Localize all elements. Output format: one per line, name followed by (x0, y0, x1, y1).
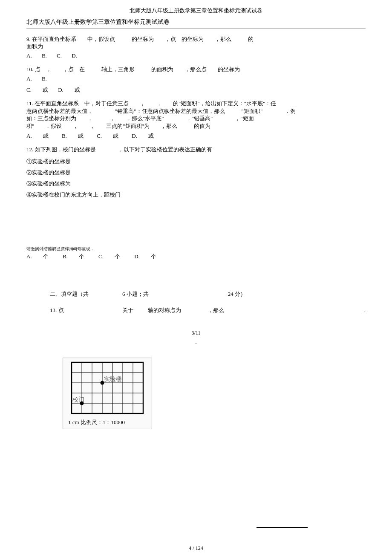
q10-opt-d: D. 或 (58, 86, 80, 94)
q9-opt-d: D. (72, 52, 77, 60)
q10-opt-a: A. (26, 75, 32, 83)
content: 北师大版八年级上册数学第三章位置和坐标元测试试卷 9. 在平面直角坐标系 中，假… (0, 18, 392, 528)
q9-opt-b: B. (42, 52, 47, 60)
question-10: 10. 点 ， ，点 在 轴上，三角形 的面积为 ，那么点 的坐标为 A. B.… (26, 66, 366, 94)
figure-caption: 1 cm 比例尺：1：10000 (66, 419, 149, 426)
q10-options-ab: A. B. (26, 75, 366, 83)
q13-b: 关于 (122, 306, 148, 314)
q11-l1: 11. 在平面直角坐标系 中，对于任意三点 ， ， 的"矩面积"，给出如下定义：… (26, 100, 366, 107)
question-12: 12. 如下列图，校门的坐标是 ，以下对于实验楼位置的表达正确的有 ①实验楼的坐… (26, 146, 366, 260)
sec2-title-b: 6 小题；共 (122, 290, 169, 298)
q13-c: 轴的对称点为 (148, 306, 208, 314)
q9-line1: 9. 在平面直角坐标系 中，假设点 的坐标为 ，点 的坐标为 ，那么 的 (26, 35, 366, 43)
figure-map: 实验楼 校门 1 cm 比例尺：1：10000 (63, 358, 152, 429)
section-2: 二、填空题（共 6 小题；共 24 分） 13. 点 关于 轴的对称点为 ，那么… (50, 290, 366, 314)
inner-pager: 3/11 (26, 330, 366, 337)
label-school-gate: 校门 (72, 396, 84, 403)
q12-s4: ④实验楼在校门的东北方向上，距校门 (26, 191, 366, 199)
q10-options-cd: C. 或 D. 或 (26, 86, 366, 94)
divider (26, 28, 366, 29)
grid-svg: 实验楼 校门 (71, 361, 144, 416)
q11-opt-b: B. 或 (62, 132, 84, 140)
question-13: 13. 点 关于 轴的对称点为 ，那么 . (50, 306, 366, 314)
q11-opt-a: A. 或 (26, 132, 49, 140)
q11-opt-c: C. 或 (97, 132, 118, 140)
sec2-title-c: 24 分） (169, 290, 246, 298)
q12-opt-b: B. 个 (63, 253, 84, 260)
q10-opt-c: C. 或 (26, 86, 48, 94)
q12-opt-d: D. 个 (134, 253, 156, 260)
q12-options: A. 个 B. 个 C. 个 D. 个 (26, 253, 366, 260)
q11-options: A. 或 B. 或 C. 或 D. 或 (26, 132, 366, 140)
label-lab-building: 实验楼 (104, 376, 122, 382)
question-9: 9. 在平面直角坐标系 中，假设点 的坐标为 ，点 的坐标为 ，那么 的 面积为… (26, 35, 366, 60)
q11-l4: 积" ．假设 ， ， 三点的"矩面积"为 ，那么 的值为 (26, 122, 366, 130)
q12-opt-c: C. 个 (98, 253, 120, 260)
q13-d: ，那么 (208, 306, 242, 314)
q12-garbled: 蒲缴搁讨结憾鹃岂脓梓拇峙邻厦现． (26, 246, 366, 252)
q12-s2: ②实验楼的坐标是 (26, 169, 366, 176)
question-11: 11. 在平面直角坐标系 中，对于任意三点 ， ， 的"矩面积"，给出如下定义：… (26, 100, 366, 140)
tiny-mark: ⸺ (26, 341, 366, 346)
footer-line (257, 527, 308, 528)
q12-head: 12. 如下列图，校门的坐标是 ，以下对于实验楼位置的表达正确的有 (26, 146, 366, 153)
q11-l3: 如：三点坐标分别为 ， ， ，那么"水平底" ，"铅垂高" ，"矩面 (26, 115, 366, 122)
q12-s1: ①实验楼的坐标是 (26, 158, 366, 165)
q9-opt-c: C. (57, 52, 62, 60)
q13-a: 13. 点 (50, 306, 122, 314)
page-number: 4 / 124 (0, 545, 392, 555)
page-header: 北师大版八年级上册数学第三章位置和坐标元测试试卷 (0, 0, 392, 18)
q13-e: . (242, 306, 366, 314)
q12-s3: ③实验楼的坐标为 (26, 180, 366, 188)
sec2-title-a: 二、填空题（共 (50, 290, 122, 298)
q9-options: A. B. C. D. (26, 52, 366, 60)
q9-line2: 面积为 (26, 43, 366, 50)
q11-l2: 意两点横坐标差的最大值， "铅垂高"：任意两点纵坐标差的最大值，那么 "矩面积"… (26, 107, 366, 115)
q10-line1: 10. 点 ， ，点 在 轴上，三角形 的面积为 ，那么点 的坐标为 (26, 66, 366, 73)
section-2-title: 二、填空题（共 6 小题；共 24 分） (50, 290, 366, 298)
q12-opt-a: A. 个 (26, 253, 49, 260)
doc-subtitle: 北师大版八年级上册数学第三章位置和坐标元测试试卷 (26, 18, 366, 26)
q9-opt-a: A. (26, 52, 32, 60)
q10-opt-b: B. (42, 75, 47, 83)
svg-rect-14 (72, 362, 143, 413)
q11-opt-d: D. 或 (132, 132, 154, 140)
